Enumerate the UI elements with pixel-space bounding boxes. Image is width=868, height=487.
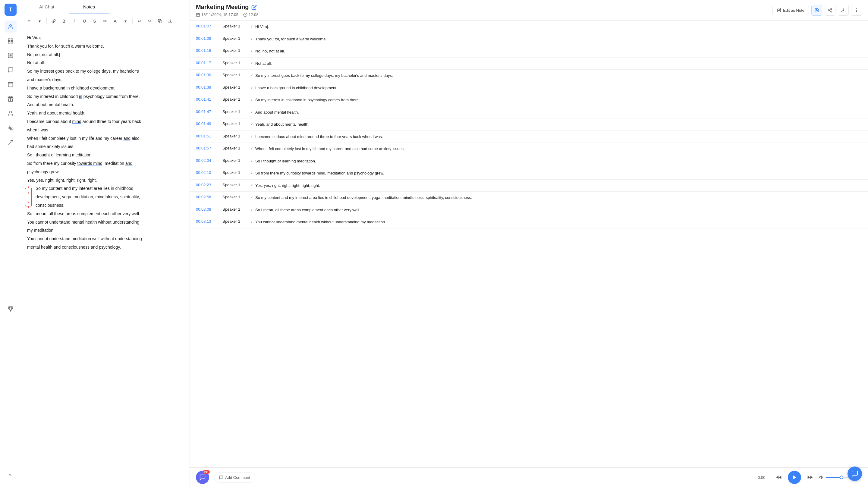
svg-marker-38	[808, 476, 810, 479]
bold-button[interactable]: B	[59, 17, 68, 26]
align-button[interactable]: ≡	[25, 17, 34, 26]
fast-forward-button[interactable]	[805, 472, 815, 483]
notification-bubble[interactable]: 99+	[196, 471, 209, 484]
note-line: So my content and my interest area lies …	[36, 185, 184, 192]
code-button[interactable]: <>	[100, 17, 110, 26]
strikethrough-button[interactable]: S	[90, 17, 99, 26]
sidebar-item-users[interactable]	[4, 21, 17, 33]
chevron-down-icon[interactable]: ∨	[250, 122, 253, 126]
toolbar-divider-2	[132, 18, 133, 24]
sidebar-item-person[interactable]	[4, 107, 17, 119]
chevron-down-icon[interactable]: ∨	[250, 86, 253, 90]
play-button[interactable]	[788, 471, 801, 484]
transcript-row[interactable]: 00:01:17 Speaker 1 ∨ Not at all.	[190, 58, 868, 70]
transcript-row[interactable]: 00:01:49 Speaker 1 ∨ Yeah, and about men…	[190, 118, 868, 131]
tab-notes[interactable]: Notes	[69, 0, 110, 14]
tab-ai-chat[interactable]: AI Chat	[25, 0, 69, 14]
chevron-down-icon[interactable]: ∨	[250, 110, 253, 114]
note-line: psychology grew.	[27, 169, 184, 176]
align-dropdown-button[interactable]: ▾	[35, 17, 44, 26]
chevron-down-icon[interactable]: ∨	[250, 195, 253, 199]
sidebar-expand-button[interactable]: »	[4, 469, 17, 481]
text-color-button[interactable]: A	[111, 17, 120, 26]
chevron-down-icon[interactable]: ∨	[250, 49, 253, 53]
right-actions: Edit as Note	[772, 5, 862, 16]
left-panel: AI Chat Notes ≡ ▾ B I U S <> A ▾ ↩ ↪ Hi …	[21, 0, 190, 487]
chevron-down-icon[interactable]: ∨	[250, 61, 253, 65]
chevron-down-icon[interactable]: ∨	[250, 134, 253, 138]
svg-point-26	[828, 10, 830, 11]
comment-icon	[219, 475, 223, 480]
chevron-down-icon[interactable]: ∨	[250, 73, 253, 77]
transcript-row[interactable]: 00:01:51 Speaker 1 ∨ I became curious ab…	[190, 131, 868, 143]
save-button[interactable]	[811, 5, 822, 16]
link-button[interactable]	[49, 17, 58, 26]
warning-block: ! ∨ So my content and my interest area l…	[27, 185, 184, 209]
sidebar-item-list[interactable]	[4, 50, 17, 61]
chevron-down-icon[interactable]: ∨	[250, 24, 253, 28]
share-button[interactable]	[825, 5, 835, 16]
volume-icon[interactable]	[819, 475, 824, 480]
transcript-row[interactable]: 00:03:08 Speaker 1 ∨ So I mean, all thes…	[190, 204, 868, 216]
transcript-row[interactable]: 00:01:57 Speaker 1 ∨ When I felt complet…	[190, 143, 868, 155]
text-color-dropdown[interactable]: ▾	[121, 17, 130, 26]
edit-icon[interactable]	[251, 4, 257, 10]
chevron-down-icon[interactable]: ∨	[250, 208, 253, 212]
sidebar-item-translate[interactable]	[4, 122, 17, 134]
transcript-row[interactable]: 00:03:13 Speaker 1 ∨ You cannot understa…	[190, 216, 868, 229]
transcript-row[interactable]: 00:01:41 Speaker 1 ∨ So my interest in c…	[190, 94, 868, 106]
transcript-container[interactable]: 00:01:07 Speaker 1 ∨ Hi Viraj. 00:01:08 …	[190, 21, 868, 467]
transcript-row[interactable]: 00:01:47 Speaker 1 ∨ And about mental he…	[190, 106, 868, 119]
volume-slider[interactable]	[826, 477, 850, 478]
svg-rect-9	[8, 82, 13, 87]
meeting-title: Marketing Meeting	[196, 4, 258, 10]
chevron-down-icon[interactable]: ∨	[250, 98, 253, 101]
notification-badge: 99+	[203, 470, 210, 474]
note-line: development, yoga, meditation, mindfulne…	[36, 193, 184, 201]
meeting-meta: 13/11/2024, 15:17:05 12:08	[196, 12, 258, 17]
download-button[interactable]	[166, 17, 175, 26]
more-icon	[854, 8, 859, 13]
sidebar-item-gift[interactable]	[4, 93, 17, 105]
undo-button[interactable]: ↩	[135, 17, 144, 26]
note-line: Not at all.	[27, 59, 184, 67]
redo-button[interactable]: ↪	[145, 17, 154, 26]
transcript-row[interactable]: 00:01:16 Speaker 1 ∨ No, no, not at all.	[190, 45, 868, 58]
svg-point-27	[831, 11, 832, 12]
volume-thumb[interactable]	[840, 476, 843, 479]
sidebar-item-magic[interactable]	[4, 136, 17, 148]
rewind-button[interactable]	[773, 472, 784, 483]
chat-bubble-button[interactable]	[847, 466, 862, 481]
editor-toolbar: ≡ ▾ B I U S <> A ▾ ↩ ↪	[21, 14, 190, 28]
svg-marker-36	[793, 475, 796, 480]
chevron-down-icon[interactable]: ∨	[250, 183, 253, 187]
sidebar-item-chat[interactable]	[4, 64, 17, 76]
note-line: I have a background in childhood develop…	[27, 85, 184, 92]
transcript-row[interactable]: 00:01:38 Speaker 1 ∨ I have a background…	[190, 82, 868, 94]
transcript-row[interactable]: 00:01:08 Speaker 1 ∨ Thank you for, for …	[190, 33, 868, 45]
download-right-button[interactable]	[838, 5, 849, 16]
transcript-row[interactable]: 00:01:07 Speaker 1 ∨ Hi Viraj.	[190, 21, 868, 33]
sidebar-item-gem[interactable]	[4, 303, 17, 315]
chevron-down-icon[interactable]: ∨	[250, 147, 253, 150]
add-comment-button[interactable]: Add Comment	[214, 473, 255, 483]
chevron-down-icon[interactable]: ∨	[250, 220, 253, 223]
sidebar-item-grid[interactable]	[4, 35, 17, 47]
transcript-row[interactable]: 00:02:23 Speaker 1 ∨ Yes, yes, right, ri…	[190, 180, 868, 192]
more-button[interactable]	[851, 5, 862, 16]
tabs-container: AI Chat Notes	[21, 0, 190, 14]
edit-as-note-button[interactable]: Edit as Note	[772, 6, 809, 15]
sidebar-item-calendar[interactable]	[4, 78, 17, 90]
underline-button[interactable]: U	[80, 17, 89, 26]
note-content-area[interactable]: Hi Viraj. Thank you for, for such a warm…	[21, 28, 190, 487]
transcript-row[interactable]: 00:01:30 Speaker 1 ∨ So my interest goes…	[190, 70, 868, 82]
chevron-down-icon[interactable]: ∨	[250, 159, 253, 163]
transcript-row[interactable]: 00:02:04 Speaker 1 ∨ So I thought of lea…	[190, 155, 868, 168]
chevron-down-icon[interactable]: ∨	[250, 171, 253, 175]
copy-button[interactable]	[156, 17, 164, 26]
svg-rect-20	[196, 13, 200, 17]
italic-button[interactable]: I	[70, 17, 79, 26]
chevron-down-icon[interactable]: ∨	[250, 37, 253, 41]
transcript-row[interactable]: 00:02:58 Speaker 1 ∨ So my content and m…	[190, 192, 868, 204]
transcript-row[interactable]: 00:02:10 Speaker 1 ∨ So from there my cu…	[190, 167, 868, 180]
